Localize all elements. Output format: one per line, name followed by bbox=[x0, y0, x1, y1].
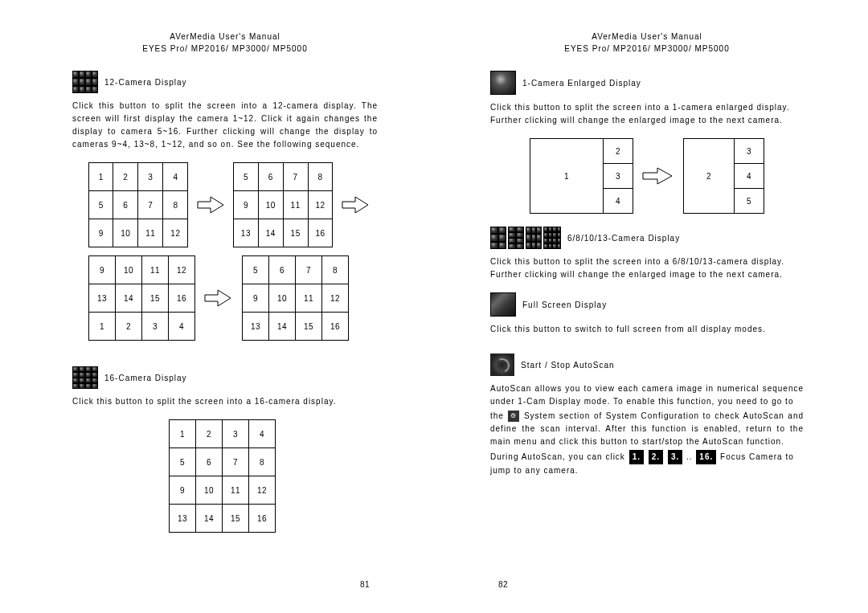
pagenum-81: 81 bbox=[0, 580, 434, 589]
single-cam-icon bbox=[490, 71, 516, 95]
section-6810-cam: 6/8/10/13-Camera Display bbox=[490, 227, 804, 249]
grid-16-icon bbox=[72, 366, 98, 389]
sec16-para: Click this button to split the screen in… bbox=[72, 395, 378, 408]
section-16cam: 16-Camera Display bbox=[72, 366, 378, 389]
grid-2: 5678 9101112 13141516 bbox=[233, 162, 333, 247]
secfull-title: Full Screen Display bbox=[522, 300, 607, 309]
focus-btn-3: 3. bbox=[668, 450, 682, 464]
secauto-p1: AutoScan allows you to view each camera … bbox=[490, 382, 804, 408]
tables-row-1: 1234 5678 9101112 5678 9101112 13141516 bbox=[88, 162, 378, 247]
section-fullscreen: Full Screen Display bbox=[490, 292, 804, 317]
enlarged-layouts: 12 3 4 23 4 5 bbox=[490, 138, 804, 214]
layout-b: 23 4 5 bbox=[683, 138, 764, 214]
arrow-icon bbox=[196, 194, 225, 215]
secfull-para: Click this button to switch to full scre… bbox=[490, 323, 804, 336]
sec1-para: Click this button to split the screen in… bbox=[490, 101, 804, 127]
section-1cam-enlarged: 1-Camera Enlarged Display bbox=[490, 71, 804, 95]
arrow-icon bbox=[641, 166, 675, 186]
autoscan-icon bbox=[490, 353, 514, 376]
system-config-icon bbox=[508, 411, 519, 422]
sec12-para: Click this button to split the screen in… bbox=[72, 100, 378, 151]
sec1-title: 1-Camera Enlarged Display bbox=[522, 79, 641, 88]
section-autoscan: Start / Stop AutoScan bbox=[490, 353, 804, 376]
grid-4: 5678 9101112 13141516 bbox=[242, 255, 349, 341]
arrow-icon bbox=[203, 288, 234, 309]
layout-a: 12 3 4 bbox=[530, 138, 633, 214]
header-right: AVerMedia User's Manual bbox=[490, 32, 804, 41]
grid-1: 1234 5678 9101112 bbox=[88, 162, 188, 247]
page-81: AVerMedia User's Manual EYES Pro/ MP2016… bbox=[0, 0, 434, 613]
sec16-title: 16-Camera Display bbox=[104, 374, 187, 382]
secauto-p3: During AutoScan, you can click 1. 2. 3. … bbox=[490, 450, 804, 477]
arrow-icon bbox=[341, 194, 370, 215]
subheader-right: EYES Pro/ MP2016/ MP3000/ MP5000 bbox=[490, 44, 804, 53]
page-82: AVerMedia User's Manual EYES Pro/ MP2016… bbox=[434, 0, 868, 613]
fullscreen-icon bbox=[490, 292, 516, 317]
sec12-title: 12-Camera Display bbox=[104, 78, 187, 87]
grid-12-icon bbox=[72, 71, 98, 93]
sec6-title: 6/8/10/13-Camera Display bbox=[567, 234, 680, 243]
secauto-title: Start / Stop AutoScan bbox=[521, 361, 615, 370]
focus-btn-1: 1. bbox=[629, 450, 644, 464]
pagenum-82: 82 bbox=[434, 580, 868, 589]
sec6-para: Click this button to split the screen in… bbox=[490, 255, 804, 281]
grid-16: 1234 5678 9101112 13141516 bbox=[169, 419, 276, 533]
grid-3: 9101112 13141516 1234 bbox=[88, 255, 195, 341]
section-12cam: 12-Camera Display bbox=[72, 71, 378, 93]
tables-row-2: 9101112 13141516 1234 5678 9101112 13141… bbox=[88, 255, 378, 341]
grid16-wrap: 1234 5678 9101112 13141516 bbox=[169, 419, 378, 533]
focus-btn-16: 16. bbox=[696, 450, 716, 464]
secauto-p2: the System section of System Configurati… bbox=[490, 410, 804, 448]
header-left: AVerMedia User's Manual bbox=[72, 32, 378, 41]
subheader-left: EYES Pro/ MP2016/ MP3000/ MP5000 bbox=[72, 44, 378, 53]
multi-layout-icon bbox=[490, 227, 561, 249]
focus-btn-2: 2. bbox=[649, 450, 663, 464]
